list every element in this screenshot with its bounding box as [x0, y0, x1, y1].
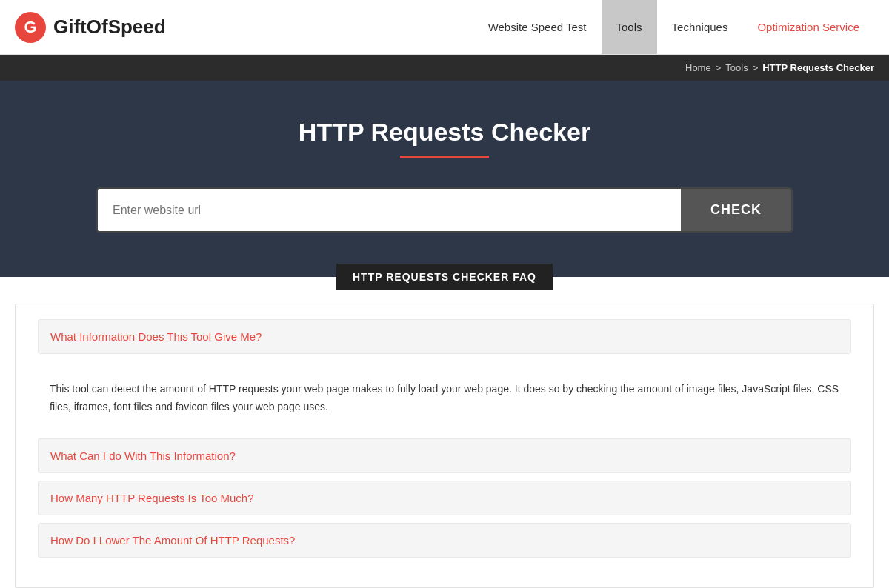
faq-header-wrapper: HTTP REQUESTS CHECKER FAQ	[15, 264, 874, 290]
page-title: HTTP Requests Checker	[299, 118, 590, 147]
breadcrumb-current: HTTP Requests Checker	[762, 62, 874, 73]
nav-item-tools[interactable]: Tools	[602, 0, 657, 54]
breadcrumb-sep-1: >	[716, 62, 722, 73]
faq-item-3[interactable]: How Many HTTP Requests Is Too Much?	[38, 481, 851, 515]
faq-badge: HTTP REQUESTS CHECKER FAQ	[336, 264, 553, 290]
url-input[interactable]	[98, 189, 681, 231]
logo-area: G GiftOfSpeed	[15, 12, 166, 43]
faq-section: HTTP REQUESTS CHECKER FAQ What Informati…	[0, 277, 889, 588]
faq-item-1[interactable]: What Information Does This Tool Give Me?	[38, 319, 851, 354]
faq-item-2[interactable]: What Can I do With This Information?	[38, 438, 851, 473]
faq-question-1: What Information Does This Tool Give Me?	[50, 330, 839, 343]
svg-text:G: G	[24, 18, 36, 36]
faq-question-3: How Many HTTP Requests Is Too Much?	[50, 492, 839, 504]
breadcrumb-bar: Home > Tools > HTTP Requests Checker	[0, 55, 889, 81]
main-nav: Website Speed Test Tools Techniques Opti…	[473, 0, 874, 54]
faq-answer-1: This tool can detect the amount of HTTP …	[38, 361, 851, 431]
logo-icon: G	[15, 12, 46, 43]
check-button[interactable]: CHECK	[681, 189, 791, 231]
faq-question-4: How Do I Lower The Amount Of HTTP Reques…	[50, 534, 839, 547]
hero-section: HTTP Requests Checker CHECK	[0, 81, 889, 277]
faq-item-4[interactable]: How Do I Lower The Amount Of HTTP Reques…	[38, 523, 851, 558]
faq-answer-text-1: This tool can detect the amount of HTTP …	[50, 373, 839, 419]
title-underline	[400, 156, 489, 158]
faq-question-2: What Can I do With This Information?	[50, 450, 839, 462]
breadcrumb-sep-2: >	[753, 62, 759, 73]
breadcrumb-home[interactable]: Home	[685, 62, 711, 73]
nav-item-techniques[interactable]: Techniques	[657, 0, 743, 54]
faq-container: What Information Does This Tool Give Me?…	[15, 304, 874, 588]
nav-item-website-speed-test[interactable]: Website Speed Test	[473, 0, 602, 54]
nav-item-optimization-service[interactable]: Optimization Service	[742, 0, 874, 54]
search-bar: CHECK	[96, 187, 793, 233]
header: G GiftOfSpeed Website Speed Test Tools T…	[0, 0, 889, 55]
logo-text: GiftOfSpeed	[53, 16, 166, 39]
breadcrumb-tools[interactable]: Tools	[725, 62, 748, 73]
